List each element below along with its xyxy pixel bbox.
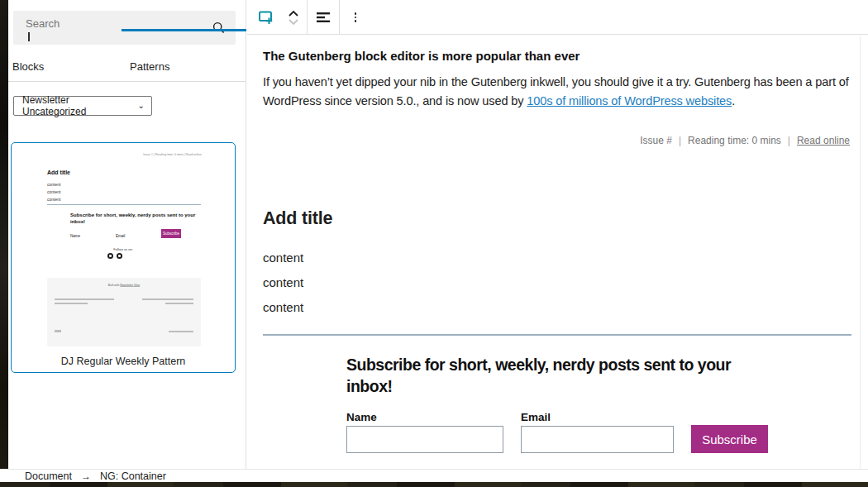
mini-footer-box: Built with Newsletter Glue (47, 278, 201, 346)
move-down-icon (288, 18, 299, 26)
search-placeholder: Search (26, 17, 60, 30)
post-title-field[interactable]: Add title (263, 208, 332, 229)
pattern-category-dropdown[interactable]: Newsletter Uncategorized ⌄ (13, 96, 152, 116)
mini-divider (47, 204, 201, 205)
issue-number: Issue # (640, 135, 672, 146)
issue-meta-block[interactable]: Issue #|Reading time: 0 mins|Read online (640, 135, 850, 146)
content-paragraph-block[interactable]: content (263, 275, 303, 289)
active-tab-indicator (122, 29, 246, 31)
inserter-tabs: Blocks Patterns (8, 51, 246, 82)
read-online-link[interactable]: Read online (797, 135, 850, 146)
gutenberg-editor-window: Search Blocks Patterns Newsletter Uncate… (0, 0, 868, 487)
chevron-down-icon: ⌄ (138, 102, 145, 110)
text-caret (28, 32, 30, 41)
block-mover[interactable] (282, 0, 305, 35)
breadcrumb-arrow-icon: → (81, 470, 91, 482)
subscribe-heading-block[interactable]: Subscribe for short, weekly, nerdy posts… (346, 354, 776, 397)
block-breadcrumb-bar: Document → NG: Container (0, 469, 868, 482)
pattern-category-value: Newsletter Uncategorized (22, 94, 131, 117)
content-paragraph-block[interactable]: content (263, 300, 303, 314)
search-icon (212, 21, 225, 34)
intro-heading-block[interactable]: The Gutenberg block editor is more popul… (263, 49, 579, 63)
breadcrumb-ng-container[interactable]: NG: Container (100, 470, 166, 482)
breadcrumb-document[interactable]: Document (25, 470, 72, 482)
content-paragraph-block[interactable]: content (263, 251, 303, 265)
reading-time: Reading time: 0 mins (688, 135, 781, 146)
email-field[interactable] (521, 426, 674, 453)
intro-paragraph-block[interactable]: If you haven’t yet dipped your nib in th… (263, 73, 858, 111)
name-field-label: Name (346, 411, 377, 423)
tab-blocks[interactable]: Blocks (8, 51, 122, 81)
mini-social-icon-2 (117, 253, 122, 259)
mini-subscribe-button: Subscribe (161, 229, 181, 238)
subscribe-button[interactable]: Subscribe (691, 425, 768, 453)
container-block-icon[interactable] (250, 0, 282, 35)
block-inserter-sidebar: Search Blocks Patterns Newsletter Uncate… (8, 0, 246, 469)
wordpress-websites-link[interactable]: 100s of millions of WordPress websites (527, 94, 732, 107)
tab-patterns[interactable]: Patterns (122, 51, 246, 81)
email-field-label: Email (521, 411, 551, 423)
move-up-icon (288, 10, 299, 17)
align-text-icon[interactable] (308, 0, 339, 35)
separator-block[interactable] (263, 334, 851, 336)
scrollbar-gutter (860, 36, 861, 469)
pattern-card-dj-regular-weekly[interactable]: Issue # | Reading time: 0 mins | Read on… (11, 142, 236, 373)
pattern-preview-thumbnail: Issue # | Reading time: 0 mins | Read on… (12, 143, 235, 350)
options-kebab-icon[interactable] (340, 0, 371, 35)
desktop-background-left (0, 0, 8, 487)
mini-social-icon-1 (107, 253, 113, 259)
block-toolbar (247, 0, 868, 35)
search-input[interactable]: Search (13, 11, 236, 45)
pattern-card-title: DJ Regular Weekly Pattern (12, 356, 235, 367)
name-field[interactable] (346, 426, 503, 453)
desktop-background-bottom (0, 482, 868, 487)
